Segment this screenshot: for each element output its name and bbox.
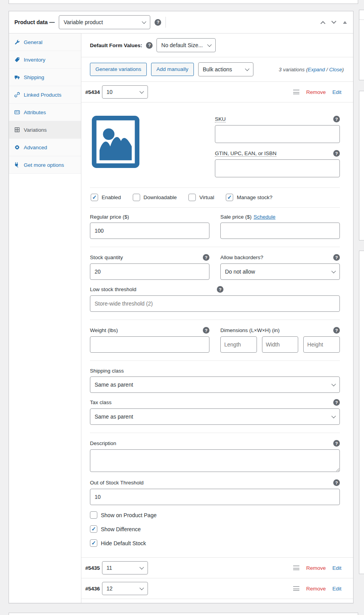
right-column-box-edge [359, 251, 364, 574]
help-icon[interactable] [217, 286, 223, 293]
sku-input[interactable] [215, 125, 340, 143]
sidebar-item-attributes[interactable]: Attributes [9, 104, 81, 121]
remove-link[interactable]: Remove [306, 586, 325, 592]
checkbox-icon[interactable] [133, 194, 140, 201]
sidebar-item-shipping[interactable]: Shipping [9, 69, 81, 86]
product-data-tabs: General Inventory Shipping Linked Produc… [9, 34, 81, 603]
regular-price-input[interactable] [90, 223, 209, 239]
bulk-actions-select[interactable]: Bulk actions [198, 62, 253, 76]
add-manually-button[interactable]: Add manually [151, 63, 194, 76]
next-metabox-edge [9, 613, 358, 615]
default-size-select[interactable]: No default Size... [157, 38, 216, 52]
manage-stock-checkbox[interactable]: Manage stock? [226, 194, 273, 201]
width-input[interactable] [262, 336, 299, 353]
sidebar-item-label: General [24, 39, 42, 45]
sale-price-label: Sale price ($) [220, 214, 251, 220]
low-stock-threshold-label: Low stock threshold [90, 286, 136, 292]
sidebar-item-advanced[interactable]: Advanced [9, 139, 81, 156]
variations-count: 3 variations ( [279, 67, 308, 72]
tax-class-label: Tax class [90, 399, 112, 405]
show-on-product-page-checkbox[interactable]: Show on Product Page [90, 511, 340, 519]
help-icon[interactable] [146, 42, 153, 49]
edit-link[interactable]: Edit [332, 586, 341, 592]
low-stock-threshold-input[interactable] [90, 295, 340, 312]
tax-class-select[interactable]: Same as parent [90, 408, 340, 425]
checkbox-icon[interactable] [91, 194, 98, 201]
edit-link[interactable]: Edit [332, 565, 341, 571]
stock-section: Stock quantity Allow backorders? Do not … [90, 247, 340, 312]
checkbox-icon[interactable] [90, 539, 97, 547]
checkbox-icon[interactable] [90, 525, 97, 533]
generate-variations-button[interactable]: Generate variations [90, 63, 147, 76]
drag-handle-icon[interactable] [293, 90, 299, 94]
sidebar-item-get-more-options[interactable]: Get more options [9, 156, 81, 174]
sidebar-item-label: Attributes [24, 110, 46, 115]
variation-attribute-select[interactable]: 12 [102, 582, 148, 595]
sale-price-input[interactable] [220, 223, 340, 239]
metabox-controls [321, 21, 347, 24]
help-icon[interactable] [203, 254, 209, 261]
right-column-box-edge [359, 10, 364, 80]
sidebar-item-label: Variations [24, 127, 47, 133]
show-difference-checkbox[interactable]: Show Difference [90, 525, 340, 533]
wrench-icon [14, 39, 20, 45]
remove-link[interactable]: Remove [306, 89, 325, 95]
remove-link[interactable]: Remove [306, 565, 325, 571]
sidebar-item-general[interactable]: General [9, 34, 81, 51]
description-textarea[interactable] [90, 449, 340, 472]
variation-attribute-select[interactable]: 11 [102, 561, 148, 574]
variation-attribute-select[interactable]: 10 [102, 85, 148, 99]
variation-row-5435: #5435 11 Remove Edit [81, 558, 353, 578]
drag-handle-icon[interactable] [293, 566, 299, 570]
downloadable-checkbox[interactable]: Downloadable [133, 194, 177, 201]
help-icon[interactable] [333, 479, 340, 486]
length-input[interactable] [220, 336, 257, 353]
expand-link[interactable]: Expand [308, 67, 325, 72]
gtin-input[interactable] [215, 159, 340, 177]
toggle-panel-icon[interactable] [343, 21, 347, 24]
help-icon[interactable] [333, 440, 340, 447]
metabox-header: Product data — Variable product [9, 11, 353, 34]
drag-handle-icon[interactable] [293, 586, 299, 591]
sidebar-item-variations[interactable]: Variations [9, 121, 81, 139]
enabled-checkbox[interactable]: Enabled [91, 194, 121, 201]
virtual-checkbox[interactable]: Virtual [188, 194, 214, 201]
checkbox-icon[interactable] [90, 511, 97, 519]
header-divider [165, 17, 166, 28]
help-icon[interactable] [333, 116, 340, 122]
out-of-stock-threshold-input[interactable] [90, 489, 340, 505]
variations-summary: 3 variations (Expand / Close) [279, 67, 344, 72]
variation-image-upload[interactable] [90, 116, 215, 177]
schedule-link[interactable]: Schedule [253, 214, 275, 220]
shipping-class-select[interactable]: Same as parent [90, 376, 340, 393]
help-icon[interactable] [155, 19, 161, 26]
backorders-label: Allow backorders? [220, 254, 263, 260]
height-input[interactable] [303, 336, 340, 353]
attributes-card-icon [14, 110, 20, 115]
stock-quantity-label: Stock quantity [90, 254, 123, 260]
tag-icon [14, 57, 20, 62]
gtin-label: GTIN, UPC, EAN, or ISBN [215, 150, 276, 157]
help-icon[interactable] [333, 150, 340, 157]
image-placeholder-icon [91, 116, 140, 168]
stock-quantity-input[interactable] [90, 263, 209, 280]
help-icon[interactable] [333, 254, 340, 261]
checkbox-icon[interactable] [226, 194, 233, 201]
hide-default-stock-checkbox[interactable]: Hide Default Stock [90, 539, 340, 547]
help-icon[interactable] [333, 399, 340, 406]
move-down-icon[interactable] [331, 19, 336, 24]
help-icon[interactable] [203, 327, 209, 334]
backorders-select[interactable]: Do not allow [220, 263, 340, 280]
sidebar-item-linked-products[interactable]: Linked Products [9, 86, 81, 104]
weight-input[interactable] [90, 336, 209, 353]
variation-form: SKU GTIN, UPC, EAN, or ISBN Enabled Down… [81, 102, 353, 558]
close-link[interactable]: Close [329, 67, 342, 72]
edit-link[interactable]: Edit [332, 89, 341, 95]
sku-label: SKU [215, 116, 226, 122]
sidebar-item-inventory[interactable]: Inventory [9, 51, 81, 69]
help-icon[interactable] [333, 327, 340, 334]
truck-icon [14, 74, 20, 80]
product-type-select[interactable]: Variable product [59, 15, 150, 29]
checkbox-icon[interactable] [188, 194, 196, 201]
move-up-icon[interactable] [320, 21, 325, 26]
